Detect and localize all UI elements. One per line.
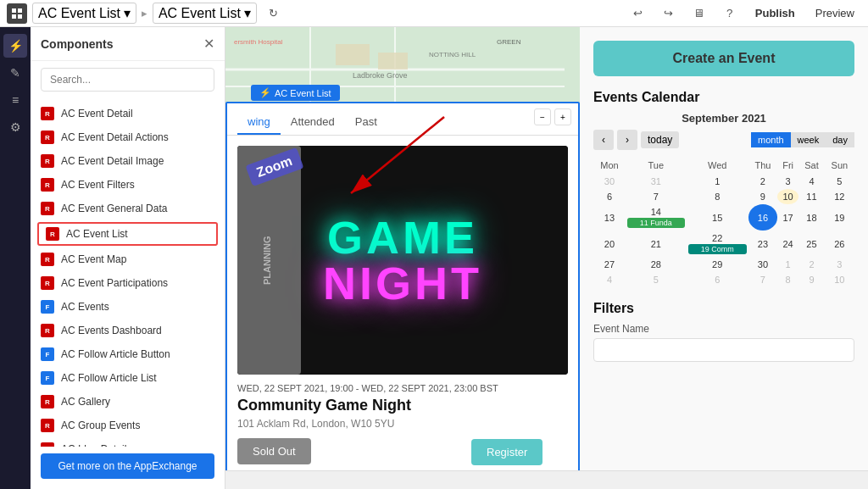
event-name-filter-input[interactable] [593,338,854,362]
component-item[interactable]: RAC Event Detail Actions [31,125,225,149]
calendar-cell[interactable]: 29 [687,257,748,272]
sidebar-icon-gear[interactable]: ⚙ [3,115,27,139]
component-icon: R [41,276,54,290]
help-button[interactable]: ? [718,2,742,25]
calendar-day-header: Sun [825,157,854,174]
register-button[interactable]: Register [471,439,542,465]
calendar-cell[interactable]: 15 [687,204,748,231]
calendar-cell[interactable]: 2219 Comm [687,231,748,257]
calendar-next-button[interactable]: › [617,130,637,150]
calendar-day-view-button[interactable]: day [826,132,854,147]
calendar-today-button[interactable]: today [641,131,679,148]
calendar-cell[interactable]: 23 [748,231,777,257]
component-item[interactable]: RAC Event Map [31,247,225,271]
calendar-cell[interactable]: 6 [593,189,626,204]
collapse-button[interactable]: − [534,108,551,125]
component-item[interactable]: RAC Event Detail Image [31,149,225,173]
calendar-cell[interactable]: 6 [687,272,748,287]
close-panel-button[interactable]: ✕ [203,36,214,52]
component-item[interactable]: RAC Events Dashboard [31,319,225,342]
calendar-cell[interactable]: 13 [593,204,626,231]
sidebar-icon-edit[interactable]: ✎ [3,61,27,85]
calendar-cell[interactable]: 1 [687,174,748,189]
calendar-cell[interactable]: 31 [626,174,687,189]
calendar-cell[interactable]: 10 [825,272,854,287]
component-item[interactable]: FAC Follow Article Button [31,342,225,366]
refresh-button[interactable]: ↻ [262,2,286,25]
calendar-cell[interactable]: 27 [593,257,626,272]
tab-wing[interactable]: wing [237,110,281,135]
component-label: AC Follow Article List [61,372,157,384]
calendar-cell[interactable]: 11 [798,189,825,204]
grid-icon[interactable] [7,3,27,24]
calendar-prev-button[interactable]: ‹ [593,130,614,150]
main-area: Ladbroke Grove NOTTING HILL ersmith Hosp… [225,27,868,489]
calendar-cell[interactable]: 26 [825,231,854,257]
sidebar-icon-lightning[interactable]: ⚡ [3,34,27,58]
create-event-button[interactable]: Create an Event [593,41,854,76]
component-item[interactable]: RAC Event Participations [31,271,225,295]
component-item[interactable]: RAC Event General Data [31,197,225,220]
events-calendar: September 2021 ‹ › today month week day … [593,112,854,287]
expand-button[interactable]: + [554,108,571,125]
component-item[interactable]: FAC Follow Article List [31,366,225,390]
calendar-month-view-button[interactable]: month [751,132,791,147]
calendar-cell[interactable]: 7 [626,189,687,204]
calendar-cell[interactable]: 18 [798,204,825,231]
calendar-cell[interactable]: 1 [777,257,798,272]
calendar-cell[interactable]: 5 [825,174,854,189]
chevron-icon2: ▾ [244,5,251,21]
component-search-input[interactable] [41,68,214,92]
sidebar-icon-list[interactable]: ≡ [3,88,27,112]
calendar-cell[interactable]: 21 [626,231,687,257]
component-item[interactable]: RAC Event Filters [31,173,225,197]
calendar-cell[interactable]: 24 [777,231,798,257]
undo-button[interactable]: ↩ [626,2,650,25]
tab1-dropdown[interactable]: AC Event List ▾ [32,3,136,24]
calendar-cell[interactable]: 9 [798,272,825,287]
calendar-cell[interactable]: 20 [593,231,626,257]
calendar-cell[interactable]: 17 [777,204,798,231]
component-item[interactable]: FAC Events [31,295,225,319]
calendar-cell[interactable]: 28 [626,257,687,272]
component-icon: R [41,131,54,144]
component-item[interactable]: RAC Group Events [31,414,225,437]
left-sidebar: ⚡ ✎ ≡ ⚙ [0,27,31,489]
calendar-cell[interactable]: 19 [825,204,854,231]
desktop-icon[interactable]: 🖥 [687,2,711,25]
breadcrumb-sep: ▸ [142,7,147,19]
calendar-cell[interactable]: 8 [777,272,798,287]
component-item[interactable]: RAC Gallery [31,390,225,414]
component-item[interactable]: RAC Event Detail [31,102,225,125]
calendar-month-year: September 2021 [593,112,854,125]
calendar-cell[interactable]: 5 [626,272,687,287]
calendar-cell[interactable]: 3 [825,257,854,272]
calendar-cell[interactable]: 25 [798,231,825,257]
calendar-cell[interactable]: 4 [798,174,825,189]
appexchange-button[interactable]: Get more on the AppExchange [41,453,214,479]
preview-button[interactable]: Preview [809,3,861,23]
calendar-cell[interactable]: 12 [825,189,854,204]
publish-button[interactable]: Publish [748,3,802,23]
sold-out-button[interactable]: Sold Out [237,438,311,464]
calendar-cell[interactable]: 8 [687,189,748,204]
component-icon: R [41,202,54,215]
component-item[interactable]: RAC Idea Details [31,437,225,447]
component-item[interactable]: RAC Event List [37,222,218,246]
calendar-cell[interactable]: 30 [593,174,626,189]
calendar-cell[interactable]: 10 [777,189,798,204]
calendar-cell[interactable]: 4 [593,272,626,287]
tab-attended[interactable]: Attended [281,110,345,135]
tab2-dropdown[interactable]: AC Event List ▾ [153,3,257,24]
redo-button[interactable]: ↪ [657,2,681,25]
calendar-cell[interactable]: 9 [748,189,777,204]
calendar-cell[interactable]: 16 [748,204,777,231]
calendar-week-view-button[interactable]: week [791,132,826,147]
calendar-cell[interactable]: 2 [748,174,777,189]
calendar-cell[interactable]: 3 [777,174,798,189]
calendar-cell[interactable]: 7 [748,272,777,287]
tab-past[interactable]: Past [345,110,387,135]
calendar-cell[interactable]: 1411 Funda [626,204,687,231]
calendar-cell[interactable]: 30 [748,257,777,272]
calendar-cell[interactable]: 2 [798,257,825,272]
